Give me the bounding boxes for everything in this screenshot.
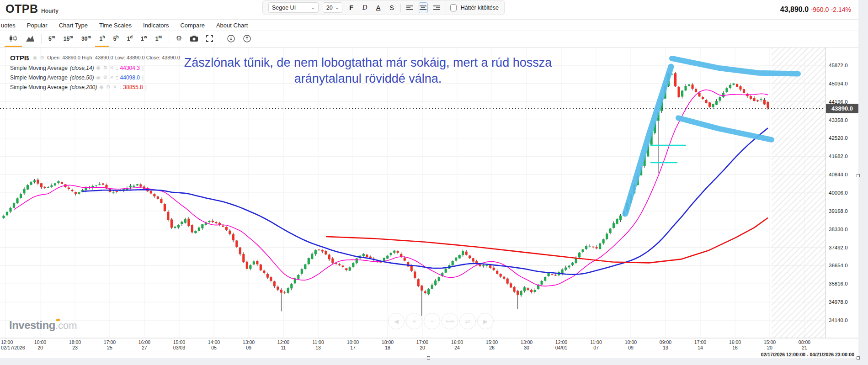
indicator-settings-gear-icon[interactable]: ⚙ — [103, 65, 107, 71]
svg-text:20: 20 — [420, 345, 425, 350]
background-fill-label: Háttér kitöltése — [461, 5, 499, 11]
svg-text:45872.0: 45872.0 — [829, 63, 848, 68]
logo-tld-text: .com — [55, 320, 77, 331]
paint-text-toolbar: Segoe UI ⌄ 20 ⌄ F D A S Háttér kitöltése — [262, 0, 505, 15]
svg-text:09:00: 09:00 — [660, 339, 671, 345]
indicator-settings-gear-icon[interactable]: ⚙ — [103, 74, 107, 80]
quote-change: -960.0 — [810, 6, 829, 13]
menu-item-chart-type[interactable]: Chart Type — [59, 22, 88, 29]
indicator-row-sma200: Simple Moving Average (close,200) ◉ ⚙ ✕ … — [10, 82, 180, 92]
svg-text:08:00: 08:00 — [799, 339, 810, 345]
svg-text:24: 24 — [454, 345, 460, 350]
quote-panel: 43,890.0 -960.0 -2.14% — [780, 5, 851, 14]
indicator-value: 44098.0 — [120, 74, 140, 81]
svg-text:37492.0: 37492.0 — [829, 245, 848, 250]
low-value: 43890.0 — [127, 55, 145, 60]
svg-text:14:00: 14:00 — [208, 339, 220, 345]
align-right-button[interactable] — [432, 2, 441, 13]
svg-text:38330.0: 38330.0 — [829, 227, 848, 232]
svg-text:20: 20 — [37, 345, 43, 350]
quote-change-pct: -2.14% — [831, 6, 851, 13]
visibility-eye-icon[interactable]: ◉ — [99, 84, 104, 90]
canvas-resize-handle-bottom[interactable] — [427, 356, 430, 360]
scroll-start-button[interactable]: ◀ — [388, 313, 405, 329]
canvas-resize-handle-right[interactable] — [857, 174, 860, 177]
area-chart-icon — [26, 35, 34, 42]
indicator-params: (close,200) — [70, 84, 97, 90]
svg-text:10:00: 10:00 — [625, 339, 637, 345]
svg-text:10:00: 10:00 — [347, 339, 359, 345]
bold-button[interactable]: F — [346, 2, 356, 13]
remove-indicator-icon[interactable]: ✕ — [113, 84, 117, 90]
indicator-value: 44304.3 — [120, 65, 140, 71]
open-value: 43890.0 — [62, 55, 80, 60]
chevron-down-icon: ⌄ — [335, 5, 339, 10]
svg-text:34978.0: 34978.0 — [829, 299, 848, 305]
svg-text:42520.0: 42520.0 — [829, 135, 848, 141]
svg-text:07: 07 — [593, 345, 599, 350]
remove-indicator-icon[interactable]: ✕ — [110, 65, 114, 71]
visible-range-label: 02/17/2026 12:00:00 - 04/21/2026 23:00:0… — [761, 352, 854, 357]
indicator-name: Simple Moving Average — [10, 65, 68, 71]
zoom-in-button[interactable]: ＋ — [406, 313, 422, 329]
menu-item-quotes[interactable]: uotes — [1, 22, 16, 29]
series-settings-gear-icon[interactable]: ⚙ — [40, 55, 44, 61]
indicator-settings-gear-icon[interactable]: ⚙ — [106, 84, 111, 90]
svg-text:25: 25 — [107, 345, 112, 350]
align-center-button[interactable] — [419, 2, 428, 13]
svg-text:40006.0: 40006.0 — [829, 190, 848, 196]
svg-text:12:00: 12:00 — [1, 339, 13, 345]
zoom-x-button[interactable]: ⟷ — [442, 313, 458, 329]
svg-text:26: 26 — [489, 345, 495, 350]
paint-window: 45872.045034.044196.043358.042520.041682… — [0, 0, 868, 365]
svg-text:34140.0: 34140.0 — [829, 317, 848, 323]
interval-label: Hourly — [41, 8, 59, 14]
svg-text:05: 05 — [211, 345, 217, 350]
strikethrough-button[interactable]: S — [387, 2, 396, 13]
indicator-name: Simple Moving Average — [10, 74, 68, 81]
svg-text:16:00: 16:00 — [138, 339, 150, 345]
svg-text:12:00: 12:00 — [555, 339, 567, 345]
menu-item-about-chart[interactable]: About Chart — [216, 22, 248, 29]
menu-item-popular[interactable]: Popular — [27, 22, 48, 29]
svg-text:27: 27 — [142, 345, 147, 350]
zoom-out-button[interactable]: － — [424, 313, 440, 329]
svg-text:11: 11 — [281, 345, 286, 350]
font-size-select[interactable]: 20 ⌄ — [323, 2, 342, 13]
align-left-button[interactable] — [405, 2, 414, 13]
svg-text:02/17/2026: 02/17/2026 — [1, 345, 25, 350]
background-fill-checkbox[interactable] — [450, 4, 457, 11]
menu-item-compare[interactable]: Compare — [180, 22, 204, 29]
svg-text:03/03: 03/03 — [173, 345, 185, 350]
menu-item-indicators[interactable]: Indicators — [143, 22, 169, 29]
menu-item-time-scales[interactable]: Time Scales — [99, 22, 132, 29]
svg-text:18:00: 18:00 — [382, 339, 394, 345]
svg-text:18:00: 18:00 — [69, 339, 81, 345]
visibility-eye-icon[interactable]: ◉ — [96, 65, 101, 71]
visibility-eye-icon[interactable]: ◉ — [96, 74, 101, 80]
annotation-line1: Zászlónak tűnik, de nem lobogtathat már … — [162, 55, 574, 71]
text-annotation: Zászlónak tűnik, de nem lobogtathat már … — [162, 55, 574, 87]
indicator-value: 38855.8 — [123, 84, 143, 90]
svg-text:11:00: 11:00 — [312, 339, 324, 345]
svg-text:17: 17 — [350, 345, 356, 350]
svg-text:09: 09 — [246, 345, 251, 350]
zoom-reset-button[interactable]: ⇄ — [459, 313, 476, 329]
svg-text:13: 13 — [663, 345, 668, 350]
toolbar-divider — [41, 34, 42, 44]
svg-text:11:00: 11:00 — [590, 339, 602, 345]
page-title: OTPB — [5, 2, 38, 16]
italic-button[interactable]: D — [360, 2, 369, 13]
visibility-eye-icon[interactable]: ◉ — [33, 55, 37, 61]
chart-nav-buttons: ◀ ＋ － ⟷ ⇄ ▶ — [388, 313, 494, 329]
underline-button[interactable]: A — [373, 2, 383, 13]
candlestick-chart-icon — [9, 35, 18, 42]
indicator-row-sma50: Simple Moving Average (close,50) ◉ ⚙ ✕ :… — [10, 73, 180, 82]
svg-text:17:00: 17:00 — [416, 339, 428, 345]
svg-text:21: 21 — [802, 345, 807, 350]
remove-indicator-icon[interactable]: ✕ — [110, 74, 114, 80]
font-family-select[interactable]: Segoe UI ⌄ — [268, 2, 319, 13]
svg-text:15:00: 15:00 — [173, 339, 185, 345]
scroll-end-button[interactable]: ▶ — [477, 313, 494, 329]
canvas-resize-handle-corner[interactable] — [857, 356, 860, 360]
